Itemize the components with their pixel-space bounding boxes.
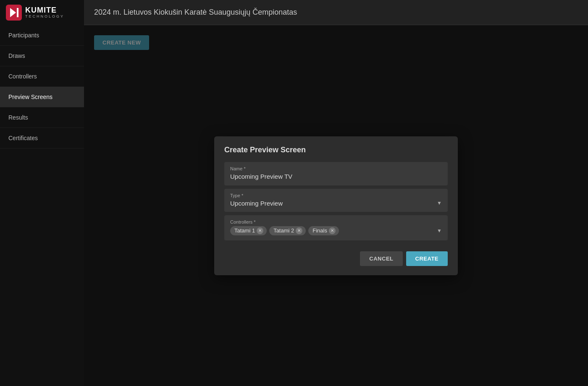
cancel-button[interactable]: CANCEL [360, 251, 402, 266]
type-dropdown[interactable]: Upcoming Preview ▼ [230, 200, 442, 207]
remove-finals-button[interactable]: ✕ [329, 227, 336, 234]
modal-overlay: Create Preview Screen Name * Type * Upco… [84, 25, 588, 386]
content-area: CREATE NEW Create Preview Screen Name * … [84, 25, 588, 386]
logo-kumite-text: KUMITE [25, 6, 64, 15]
type-dropdown-arrow: ▼ [437, 200, 442, 206]
controller-tag-finals: Finals ✕ [308, 226, 339, 235]
sidebar-item-participants[interactable]: Participants [0, 25, 84, 46]
topbar: 2024 m. Lietuvos Kiokušin Karatė Suaugus… [84, 0, 588, 25]
sidebar-item-controllers[interactable]: Controllers [0, 66, 84, 87]
create-button[interactable]: CREATE [406, 251, 448, 266]
remove-tatami2-button[interactable]: ✕ [296, 227, 302, 234]
type-value: Upcoming Preview [230, 200, 283, 207]
controllers-tags: Tatami 1 ✕ Tatami 2 ✕ Finals ✕ [230, 226, 339, 235]
name-input[interactable] [230, 173, 442, 180]
controllers-label: Controllers * [230, 219, 442, 224]
modal-body: Name * Type * Upcoming Preview ▼ Control… [214, 162, 458, 244]
logo-technology-text: TECHNOLOGY [25, 15, 64, 19]
svg-rect-2 [17, 8, 18, 17]
modal-footer: CANCEL CREATE [214, 244, 458, 275]
remove-tatami1-button[interactable]: ✕ [257, 227, 263, 234]
sidebar-item-certificates[interactable]: Certificates [0, 128, 84, 149]
modal-title: Create Preview Screen [214, 136, 458, 162]
sidebar: KUMITE TECHNOLOGY Participants Draws Con… [0, 0, 84, 386]
controllers-field[interactable]: Controllers * Tatami 1 ✕ Tatami 2 ✕ [224, 215, 448, 240]
type-label: Type * [230, 193, 442, 198]
controllers-dropdown-arrow: ▼ [437, 228, 442, 234]
sidebar-item-results[interactable]: Results [0, 107, 84, 128]
controller-tag-tatami2: Tatami 2 ✕ [269, 226, 306, 235]
name-field: Name * [224, 162, 448, 185]
type-field[interactable]: Type * Upcoming Preview ▼ [224, 189, 448, 212]
name-label: Name * [230, 166, 442, 171]
logo-icon [6, 5, 22, 21]
page-title: 2024 m. Lietuvos Kiokušin Karatė Suaugus… [94, 8, 297, 17]
controller-tag-tatami1: Tatami 1 ✕ [230, 226, 267, 235]
sidebar-item-draws[interactable]: Draws [0, 46, 84, 66]
logo: KUMITE TECHNOLOGY [0, 0, 84, 25]
create-preview-screen-modal: Create Preview Screen Name * Type * Upco… [214, 136, 458, 275]
sidebar-item-preview-screens[interactable]: Preview Screens [0, 87, 84, 107]
main-area: 2024 m. Lietuvos Kiokušin Karatė Suaugus… [84, 0, 588, 386]
